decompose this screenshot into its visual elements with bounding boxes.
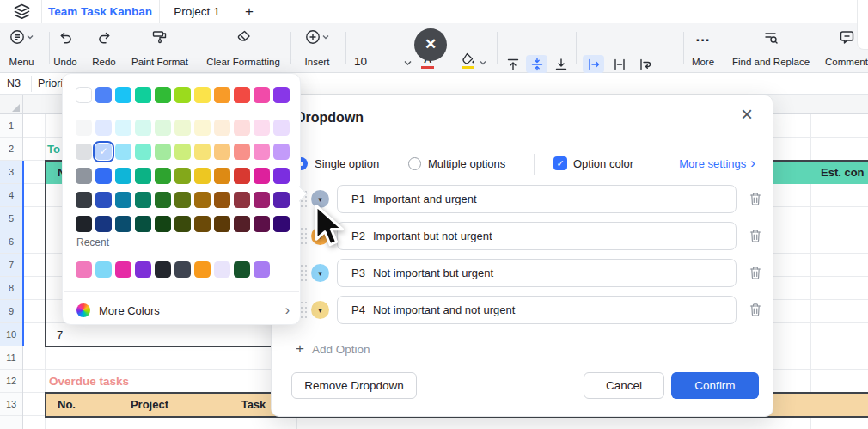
color-swatch[interactable]: [194, 144, 211, 160]
drag-handle[interactable]: [301, 228, 308, 244]
option-text-input[interactable]: P1Important and urgent: [337, 185, 737, 213]
color-swatch[interactable]: [234, 144, 250, 160]
option-color-dropdown[interactable]: ▾: [311, 301, 329, 319]
more-colors-item[interactable]: More Colors ›: [76, 298, 290, 322]
single-option-label[interactable]: Single option: [315, 157, 379, 171]
color-swatch[interactable]: [273, 144, 290, 160]
select-all-corner[interactable]: [0, 95, 23, 114]
color-swatch[interactable]: [194, 87, 211, 103]
color-swatch[interactable]: [174, 216, 191, 232]
color-swatch[interactable]: [214, 192, 230, 208]
name-box[interactable]: N3: [7, 77, 21, 89]
color-swatch[interactable]: [135, 192, 151, 208]
cancel-button[interactable]: Cancel: [584, 372, 664, 399]
color-swatch[interactable]: [135, 120, 151, 136]
delete-option-button[interactable]: [749, 229, 762, 243]
delete-option-button[interactable]: [749, 266, 762, 280]
color-swatch[interactable]: [214, 87, 230, 103]
multiple-options-radio[interactable]: [408, 157, 421, 170]
fill-color-icon[interactable]: [461, 52, 475, 66]
confirm-button[interactable]: Confirm: [671, 372, 759, 399]
color-swatch[interactable]: [135, 216, 151, 232]
color-swatch[interactable]: [95, 87, 112, 103]
layers-icon[interactable]: [13, 3, 31, 20]
menu-button[interactable]: Menu: [3, 28, 40, 68]
row-header-13[interactable]: 13: [0, 393, 22, 416]
color-swatch[interactable]: [254, 192, 270, 208]
undo-button[interactable]: Undo: [48, 28, 83, 68]
formula-input[interactable]: Priori: [38, 77, 63, 89]
color-swatch[interactable]: [115, 192, 131, 208]
color-swatch[interactable]: [234, 120, 250, 136]
color-swatch[interactable]: [95, 168, 112, 184]
color-swatch[interactable]: [155, 216, 171, 232]
tab-project-1[interactable]: Project 1: [159, 0, 235, 23]
option-text-input[interactable]: P3Not important but urgent: [337, 259, 737, 287]
color-swatch[interactable]: [115, 120, 131, 136]
option-color-label[interactable]: Option color: [573, 157, 633, 171]
color-swatch[interactable]: [254, 144, 270, 160]
text-overflow-button[interactable]: [583, 55, 604, 73]
color-swatch[interactable]: [76, 144, 92, 160]
color-swatch[interactable]: [135, 261, 151, 278]
color-swatch[interactable]: [234, 261, 250, 278]
font-size-chevron-icon[interactable]: [404, 60, 412, 66]
color-swatch[interactable]: [194, 168, 211, 184]
color-swatch[interactable]: [273, 87, 290, 103]
color-swatch[interactable]: [95, 120, 112, 136]
color-swatch[interactable]: [135, 144, 151, 160]
row-header-1[interactable]: 1: [0, 114, 22, 138]
color-swatch[interactable]: [194, 192, 211, 208]
color-swatch[interactable]: [214, 168, 230, 184]
align-middle-button[interactable]: [526, 55, 547, 73]
row-header-4[interactable]: 4: [0, 184, 22, 207]
color-swatch[interactable]: [76, 216, 92, 232]
color-swatch[interactable]: [194, 261, 211, 278]
color-swatch[interactable]: [155, 87, 171, 103]
drag-handle[interactable]: [301, 265, 308, 281]
row-header-11[interactable]: 11: [0, 346, 22, 370]
find-and-replace-button[interactable]: Find and Replace: [726, 28, 816, 68]
color-swatch[interactable]: [115, 261, 131, 278]
color-swatch[interactable]: [214, 144, 230, 160]
fill-color-chevron-icon[interactable]: [480, 60, 486, 65]
row-header-9[interactable]: 9: [0, 300, 22, 323]
color-swatch[interactable]: [174, 87, 191, 103]
color-swatch[interactable]: [155, 168, 171, 184]
color-swatch[interactable]: [194, 216, 211, 232]
color-swatch[interactable]: [115, 144, 131, 160]
row-header-2[interactable]: 2: [0, 138, 22, 161]
text-clip-button[interactable]: [608, 55, 630, 73]
close-icon[interactable]: ×: [735, 102, 759, 126]
align-top-button[interactable]: [502, 55, 523, 73]
option-color-dropdown[interactable]: ▾: [311, 264, 329, 282]
option-color-checkbox[interactable]: ✓: [553, 156, 567, 170]
row-header-12[interactable]: 12: [0, 370, 22, 393]
color-swatch[interactable]: ✓: [95, 144, 112, 160]
remove-dropdown-button[interactable]: Remove Dropdown: [291, 372, 417, 399]
color-swatch[interactable]: [115, 87, 131, 103]
option-text-input[interactable]: P4Not important and not urgent: [337, 296, 737, 324]
color-swatch[interactable]: [76, 261, 92, 278]
color-swatch[interactable]: [76, 120, 92, 136]
color-swatch[interactable]: [115, 216, 131, 232]
color-swatch[interactable]: [234, 168, 250, 184]
row-header-3[interactable]: 3: [0, 161, 22, 184]
clear-formatting-button[interactable]: Clear Formatting: [199, 28, 288, 68]
row-header-8[interactable]: 8: [0, 277, 22, 300]
font-size-value[interactable]: 10: [354, 55, 367, 68]
color-swatch[interactable]: [234, 216, 250, 232]
color-swatch[interactable]: [76, 192, 92, 208]
color-swatch[interactable]: [95, 192, 112, 208]
add-option-button[interactable]: + Add Option: [296, 341, 370, 357]
color-swatch[interactable]: [155, 144, 171, 160]
color-swatch[interactable]: [234, 192, 250, 208]
color-swatch[interactable]: [155, 192, 171, 208]
color-swatch[interactable]: [76, 168, 92, 184]
color-swatch[interactable]: [254, 261, 270, 278]
paint-format-button[interactable]: Paint Format: [125, 28, 194, 68]
color-swatch[interactable]: [174, 120, 191, 136]
more-button[interactable]: ... More: [686, 28, 720, 68]
color-swatch[interactable]: [273, 168, 290, 184]
option-text-input[interactable]: P2Important but not urgent: [337, 222, 737, 250]
